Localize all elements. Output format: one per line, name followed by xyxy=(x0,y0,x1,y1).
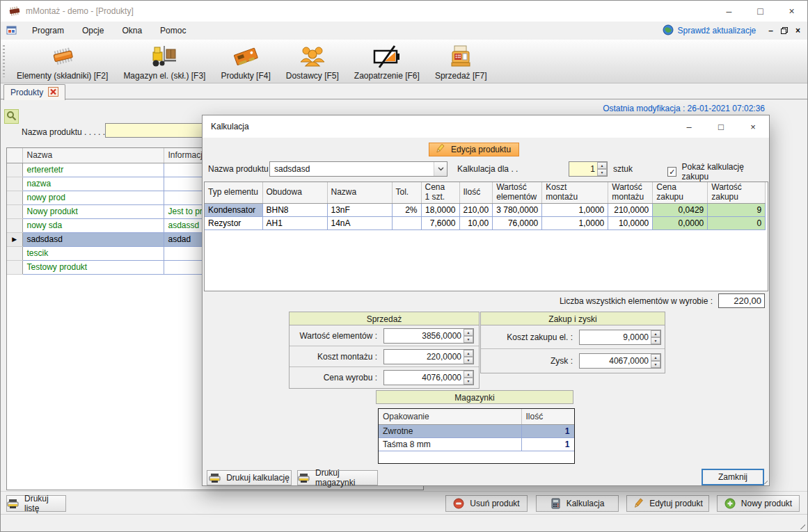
grid-header-nazwa[interactable]: Nazwa xyxy=(327,182,392,203)
grid-row[interactable]: Rezystor AH1 14nA 7,6000 10,00 76,0000 1… xyxy=(205,216,766,229)
search-button[interactable] xyxy=(4,109,19,124)
calculation-label: Kalkulacja xyxy=(567,499,605,508)
menu-opcje[interactable]: Opcje xyxy=(73,22,113,39)
tab-produkty[interactable]: Produkty xyxy=(3,84,65,100)
profit-field[interactable]: 4067,0000 ▲▼ xyxy=(579,353,661,369)
mag-row-selected[interactable]: Zwrotne 1 xyxy=(379,424,574,437)
show-purchase-checkbox[interactable]: ✓ Pokaż kalkulację zakupu xyxy=(667,162,769,182)
grid-header-typ[interactable]: Typ elementu xyxy=(205,182,262,203)
pcb-card-icon xyxy=(230,42,261,71)
print-calculation-button[interactable]: Drukuj kalkulację xyxy=(207,470,292,485)
row-selector-header xyxy=(7,148,22,163)
sale-panel-title: Sprzedaż xyxy=(289,312,480,325)
print-magazines-button[interactable]: Drukuj magazynki xyxy=(297,470,378,485)
dropdown-arrow-icon[interactable] xyxy=(434,162,447,176)
bottom-button-bar: Drukuj listę Usuń produkt Kalkulacja Edy… xyxy=(1,491,807,515)
spin-up-icon[interactable]: ▲ xyxy=(464,329,473,336)
grid-header-ilosc[interactable]: Ilość xyxy=(459,182,493,203)
calculation-grid: Typ elementu Obudowa Nazwa Tol. Cena 1 s… xyxy=(205,182,766,230)
sale-assembly-field[interactable]: 220,0000 ▲▼ xyxy=(383,349,474,364)
battery-icon xyxy=(370,42,404,71)
spin-up-icon[interactable]: ▲ xyxy=(464,350,473,357)
delete-product-label: Usuń produkt xyxy=(470,499,519,508)
grid-header-cena-zakupu[interactable]: Cena zakupu xyxy=(653,182,708,203)
grid-header-wartosc-montazu[interactable]: Wartość montażu xyxy=(608,182,653,203)
toolbar-elementy-button[interactable]: Elementy (składniki) [F2] xyxy=(9,41,116,82)
check-updates-link[interactable]: Sprawdź aktualizacje xyxy=(678,26,756,35)
spin-down-icon[interactable]: ▼ xyxy=(464,336,473,343)
menu-bar: Program Opcje Okna Pomoc Sprawdź aktuali… xyxy=(1,22,807,40)
window-minimize-icon[interactable]: – xyxy=(713,1,745,22)
new-product-button[interactable]: Nowy produkt xyxy=(717,495,800,512)
dialog-title-bar: Kalkulacja – □ × xyxy=(203,115,769,138)
window-close-icon[interactable]: × xyxy=(776,1,807,22)
menu-okna[interactable]: Okna xyxy=(113,22,151,39)
row-selector-arrow-icon: ▶ xyxy=(7,232,22,246)
grid-header-koszt-montazu[interactable]: Koszt montażu xyxy=(542,182,608,203)
toolbar-magazyn-label: Magazyn el. (skł.) [F3] xyxy=(123,71,205,81)
toolbar-grip[interactable] xyxy=(3,45,5,77)
toolbar-sprzedaz-button[interactable]: Sprzedaż [F7] xyxy=(427,41,495,82)
chip-title-icon xyxy=(8,6,22,18)
edycja-produktu-button[interactable]: Edycja produktu xyxy=(429,143,519,156)
dialog-maximize-icon[interactable]: □ xyxy=(705,115,737,138)
toolbar-dostawcy-button[interactable]: Dostawcy [F5] xyxy=(278,41,347,82)
toolbar-produkty-button[interactable]: Produkty [F4] xyxy=(213,41,278,82)
delete-icon xyxy=(453,498,464,509)
magazines-panel-title: Magazynki xyxy=(376,390,573,404)
toolbar-zaopatrzenie-button[interactable]: Zaopatrzenie [F6] xyxy=(347,41,427,82)
spin-up-icon[interactable]: ▲ xyxy=(464,371,473,378)
grid-header-tol[interactable]: Tol. xyxy=(392,182,421,203)
sale-price-field[interactable]: 4076,0000 ▲▼ xyxy=(383,370,474,385)
mag-row[interactable]: Taśma 8 mm 1 xyxy=(379,437,574,451)
spin-up-icon[interactable]: ▲ xyxy=(651,330,660,337)
spin-down-icon[interactable]: ▼ xyxy=(597,169,607,176)
mag-header-opakowanie[interactable]: Opakowanie xyxy=(379,409,521,424)
tab-close-icon[interactable] xyxy=(48,87,58,99)
menu-program[interactable]: Program xyxy=(23,22,73,39)
spin-up-icon[interactable]: ▲ xyxy=(597,162,607,169)
print-magazines-label: Drukuj magazynki xyxy=(315,468,377,487)
grid-header-wartosc-elementow[interactable]: Wartość elementów xyxy=(493,182,542,203)
quantity-value: 1 xyxy=(569,162,597,176)
mdi-minimize-icon[interactable]: – xyxy=(768,26,773,35)
window-maximize-icon[interactable]: □ xyxy=(745,1,776,22)
unit-label: sztuk xyxy=(613,164,633,174)
toolbar-dostawcy-label: Dostawcy [F5] xyxy=(286,71,339,81)
spin-up-icon[interactable]: ▲ xyxy=(651,354,660,361)
window-title: mMontaż - demo - [Produkty] xyxy=(26,6,134,16)
col-header-nazwa[interactable]: Nazwa xyxy=(22,148,164,163)
spin-down-icon[interactable]: ▼ xyxy=(651,337,660,344)
print-list-button[interactable]: Drukuj listę xyxy=(6,495,66,512)
spin-down-icon[interactable]: ▼ xyxy=(651,361,660,368)
menu-pomoc[interactable]: Pomoc xyxy=(151,22,195,39)
grid-header-obudowa[interactable]: Obudowa xyxy=(262,182,327,203)
close-dialog-button[interactable]: Zamknij xyxy=(702,469,764,485)
product-name-combobox[interactable]: sadsdasd xyxy=(269,161,447,177)
mag-header-ilosc[interactable]: Ilość xyxy=(521,409,574,424)
toolbar-elementy-label: Elementy (składniki) [F2] xyxy=(17,71,108,81)
purchase-cost-field[interactable]: 9,0000 ▲▼ xyxy=(579,330,661,345)
grid-header-wartosc-zakupu[interactable]: Wartość zakupu xyxy=(708,182,766,203)
grid-header-cena[interactable]: Cena 1 szt. xyxy=(421,182,459,203)
toolbar-magazyn-button[interactable]: Magazyn el. (skł.) [F3] xyxy=(116,41,213,82)
mdi-close-icon[interactable]: × xyxy=(795,26,800,35)
calculation-button[interactable]: Kalkulacja xyxy=(536,495,619,512)
spin-down-icon[interactable]: ▼ xyxy=(464,378,473,385)
sale-panel: Sprzedaż Wartość elementów : 3856,0000 ▲… xyxy=(289,312,480,389)
dialog-title: Kalkulacja xyxy=(211,122,249,131)
grid-row[interactable]: Kondensator BHN8 13nF 2% 18,0000 210,00 … xyxy=(205,203,766,216)
dialog-close-icon[interactable]: × xyxy=(737,115,769,138)
quantity-stepper[interactable]: 1 ▲ ▼ xyxy=(569,161,608,177)
sale-elements-field[interactable]: 3856,0000 ▲▼ xyxy=(383,328,474,344)
pencil-icon xyxy=(434,144,445,156)
total-elements-value: 220,00 xyxy=(718,293,765,308)
dialog-minimize-icon[interactable]: – xyxy=(673,115,705,138)
delete-product-button[interactable]: Usuń produkt xyxy=(445,495,528,512)
edit-product-button[interactable]: Edytuj produkt xyxy=(626,495,709,512)
mdi-restore-icon[interactable] xyxy=(780,26,789,35)
product-name-search-label: Nazwa produktu . . . . . xyxy=(22,127,105,137)
plus-icon xyxy=(724,498,736,509)
resize-grip[interactable] xyxy=(798,522,805,529)
spin-down-icon[interactable]: ▼ xyxy=(464,357,473,364)
